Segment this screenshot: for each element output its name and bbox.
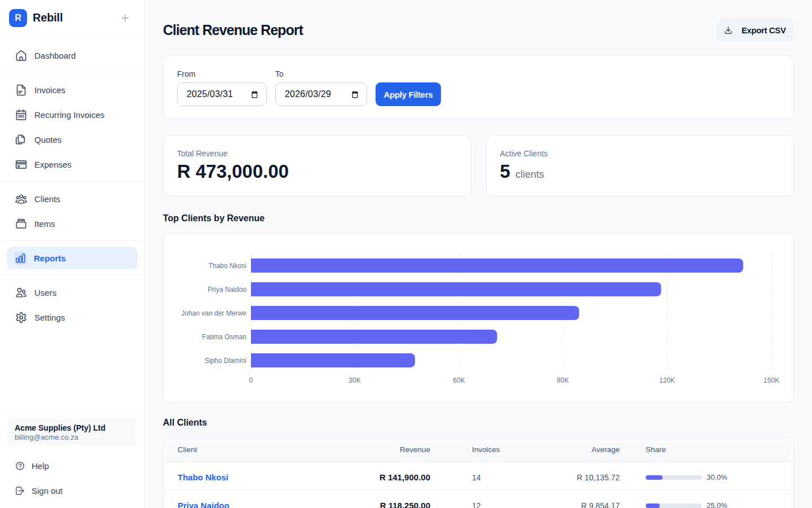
svg-text:Johan van der Merwe: Johan van der Merwe [182,309,247,317]
svg-text:Fatima Osman: Fatima Osman [202,333,246,341]
svg-text:Thabo Nkosi: Thabo Nkosi [209,262,246,270]
svg-text:0: 0 [249,376,253,384]
svg-text:Sipho Dlamini: Sipho Dlamini [205,357,246,365]
svg-text:60K: 60K [453,376,465,384]
svg-text:120K: 120K [659,376,675,384]
svg-text:90K: 90K [557,376,568,384]
svg-text:30K: 30K [348,376,360,384]
svg-text:Priya Naidoo: Priya Naidoo [208,286,246,294]
svg-text:150K: 150K [764,376,779,384]
